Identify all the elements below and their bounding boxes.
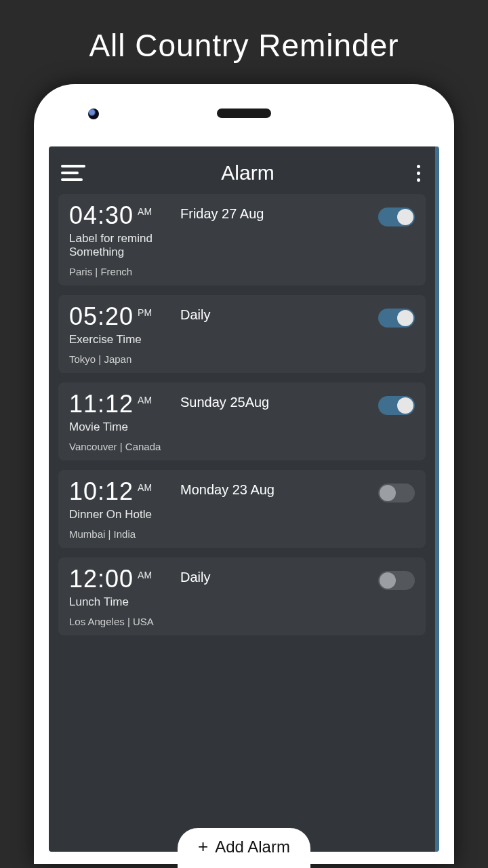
menu-icon[interactable] — [61, 165, 88, 181]
alarm-toggle[interactable] — [378, 208, 415, 226]
device-frame: Alarm 04:30 AM Label for remind Somethin… — [34, 84, 454, 864]
plus-icon: + — [198, 836, 208, 852]
alarm-list: 04:30 AM Label for remind Something Pari… — [49, 194, 435, 635]
appbar-title: Alarm — [88, 161, 414, 184]
add-alarm-button[interactable]: + Add Alarm — [178, 828, 310, 852]
alarm-card[interactable]: 10:12 AM Dinner On Hotle Mumbai | India … — [58, 470, 426, 548]
alarm-schedule: Sunday 25Aug — [180, 395, 369, 410]
alarm-schedule: Daily — [180, 307, 369, 323]
alarm-ampm: PM — [138, 307, 152, 318]
alarm-toggle[interactable] — [378, 571, 415, 590]
alarm-card[interactable]: 11:12 AM Movie Time Vancouver | Canada S… — [58, 382, 426, 460]
alarm-location: Paris | French — [69, 266, 171, 277]
alarm-schedule: Daily — [180, 570, 369, 585]
alarm-location: Mumbai | India — [69, 528, 171, 540]
alarm-label: Lunch Time — [69, 595, 171, 609]
alarm-location: Los Angeles | USA — [69, 616, 171, 627]
alarm-label: Exercise Time — [69, 333, 171, 347]
alarm-card[interactable]: 12:00 AM Lunch Time Los Angeles | USA Da… — [58, 557, 426, 635]
alarm-label: Label for remind Something — [69, 232, 171, 259]
alarm-ampm: AM — [138, 206, 152, 217]
alarm-time: 05:20 — [69, 304, 134, 329]
alarm-label: Dinner On Hotle — [69, 508, 171, 521]
alarm-toggle[interactable] — [378, 484, 415, 502]
alarm-time: 12:00 — [69, 567, 134, 591]
app-bar: Alarm — [49, 146, 435, 194]
alarm-card[interactable]: 05:20 PM Exercise Time Tokyo | Japan Dai… — [58, 295, 426, 373]
app-screen: Alarm 04:30 AM Label for remind Somethin… — [49, 146, 439, 852]
alarm-schedule: Monday 23 Aug — [180, 482, 369, 498]
alarm-time: 11:12 — [69, 392, 134, 416]
alarm-toggle[interactable] — [378, 309, 415, 328]
alarm-time: 04:30 — [69, 203, 134, 228]
alarm-ampm: AM — [138, 482, 152, 493]
alarm-schedule: Friday 27 Aug — [180, 206, 369, 222]
alarm-ampm: AM — [138, 395, 152, 406]
alarm-time: 10:12 — [69, 479, 134, 504]
add-alarm-label: Add Alarm — [215, 837, 290, 852]
alarm-toggle[interactable] — [378, 396, 415, 415]
page-title: All Country Reminder — [0, 0, 488, 84]
alarm-ampm: AM — [138, 570, 152, 580]
alarm-location: Vancouver | Canada — [69, 441, 171, 452]
alarm-label: Movie Time — [69, 420, 171, 434]
alarm-card[interactable]: 04:30 AM Label for remind Something Pari… — [58, 194, 426, 285]
more-icon[interactable] — [414, 162, 423, 184]
alarm-location: Tokyo | Japan — [69, 353, 171, 365]
